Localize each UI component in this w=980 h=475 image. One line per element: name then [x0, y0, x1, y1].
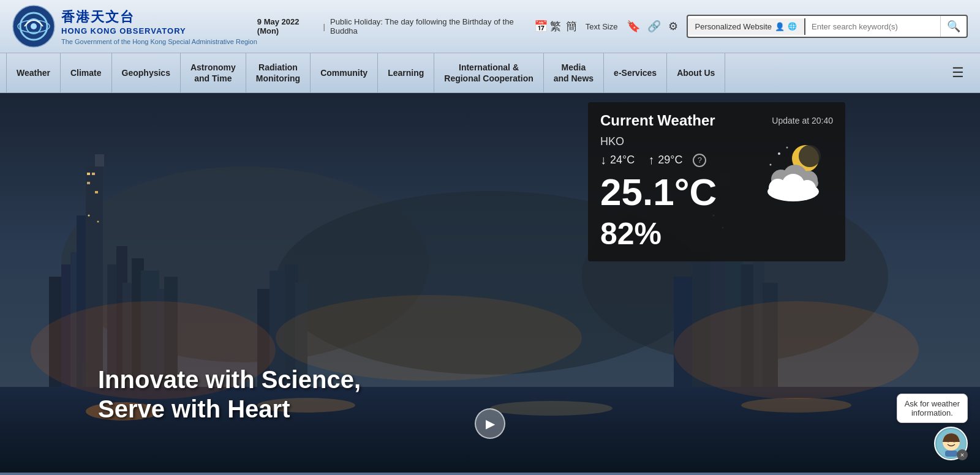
chatbot-bubble: Ask for weatherinformation. [897, 394, 968, 423]
hero-line1: Innovate with Science, [98, 366, 361, 393]
svg-rect-16 [87, 173, 90, 175]
nav-community-label: Community [320, 68, 368, 78]
close-icon: × [960, 451, 964, 458]
user-icon: 👤 [775, 22, 785, 31]
calendar-icon[interactable]: 📅 [533, 18, 549, 34]
nav-international-label-1: International & [459, 62, 519, 73]
lang-simplified-btn[interactable]: 簡 [565, 18, 578, 35]
svg-point-45 [674, 301, 919, 399]
weather-body: HKO ↓ 24°C ↑ 29°C ? 25.1°C 82% [600, 135, 833, 252]
weather-panel: Current Weather Update at 20:40 HKO ↓ 24… [588, 102, 845, 261]
hero-line2: Serve with Heart [98, 395, 290, 422]
temp-high: 29°C [658, 154, 682, 166]
gov-subtitle: The Government of the Hong Kong Special … [61, 38, 257, 45]
nav-learning[interactable]: Learning [378, 53, 434, 92]
weather-update-time: Update at 20:40 [772, 116, 833, 125]
search-button[interactable]: 🔍 [940, 16, 967, 37]
weather-station: HKO [600, 135, 753, 148]
logo-english-text: HONG KONG OBSERVATORY [61, 26, 257, 36]
svg-point-53 [770, 164, 772, 166]
nav-weather[interactable]: Weather [6, 53, 61, 92]
personalized-website-btn[interactable]: Personalized Website 👤 🌐 [688, 18, 806, 35]
share-icon[interactable]: 🔗 [646, 18, 662, 34]
chatbot-widget: Ask for weatherinformation. [897, 394, 968, 460]
temp-low: 24°C [610, 154, 635, 166]
navbar: Weather Climate Geophysics Astronomy and… [0, 53, 980, 93]
svg-point-46 [88, 215, 90, 217]
weather-left-col: HKO ↓ 24°C ↑ 29°C ? 25.1°C 82% [600, 135, 753, 252]
separator: | [323, 22, 325, 31]
nav-eservices[interactable]: e-Services [604, 53, 667, 92]
nav-radiation-label-1: Radiation [258, 62, 298, 73]
weather-current-temp: 25.1°C [600, 173, 753, 211]
weather-panel-title: Current Weather [600, 112, 715, 129]
weather-humidity: 82% [600, 216, 753, 252]
svg-point-47 [97, 221, 99, 223]
top-bar-center: 9 May 2022 (Mon) | Public Holiday: The d… [257, 17, 549, 36]
svg-point-42 [741, 398, 851, 413]
nav-radiation-label-2: Monitoring [256, 73, 300, 84]
nav-astronomy-label-2: and Time [194, 73, 232, 84]
bookmark-icon[interactable]: 🔖 [625, 18, 641, 34]
nav-international-label-2: Regional Cooperation [444, 73, 533, 84]
chatbot-bubble-text: Ask for weatherinformation. [905, 399, 960, 417]
hero-section: Innovate with Science, Serve with Heart … [0, 93, 980, 473]
weather-condition-icon [760, 141, 833, 203]
svg-rect-15 [95, 154, 104, 166]
nav-media-label-1: Media [562, 62, 586, 73]
logo-text-area: 香港天文台 HONG KONG OBSERVATORY The Governme… [61, 8, 257, 45]
nav-geophysics[interactable]: Geophysics [112, 53, 181, 92]
svg-rect-67 [945, 451, 957, 457]
weather-help-icon[interactable]: ? [693, 154, 706, 167]
svg-rect-17 [92, 173, 95, 175]
nav-about[interactable]: About Us [667, 53, 725, 92]
svg-point-51 [799, 145, 821, 167]
svg-point-62 [799, 180, 816, 197]
personalized-label: Personalized Website [695, 22, 772, 31]
logo-chinese-text: 香港天文台 [61, 8, 257, 26]
svg-rect-19 [95, 191, 98, 193]
hero-text: Innovate with Science, Serve with Heart [98, 365, 361, 424]
nav-community[interactable]: Community [311, 53, 378, 92]
chatbot-close-btn[interactable]: × [957, 449, 968, 460]
weather-icon-area [760, 135, 833, 203]
nav-climate-label: Climate [70, 68, 102, 78]
nav-astronomy[interactable]: Astronomy and Time [181, 53, 246, 92]
logo-icon [12, 5, 55, 48]
nav-weather-label: Weather [17, 68, 50, 78]
weather-temp-range: ↓ 24°C ↑ 29°C ? [600, 153, 753, 167]
svg-point-41 [490, 401, 612, 416]
globe-icon: 🌐 [788, 22, 797, 31]
search-area: Personalized Website 👤 🌐 🔍 [687, 15, 968, 38]
search-input[interactable] [805, 18, 940, 35]
nav-radiation[interactable]: Radiation Monitoring [246, 53, 311, 92]
svg-rect-18 [87, 182, 90, 184]
nav-international[interactable]: International & Regional Cooperation [434, 53, 543, 92]
nav-eservices-label: e-Services [614, 68, 657, 78]
lang-traditional-btn[interactable]: 繁 [549, 18, 562, 35]
nav-geophysics-label: Geophysics [122, 68, 170, 78]
text-size-label: Text Size [586, 22, 618, 31]
svg-point-4 [31, 23, 37, 29]
top-icons: 🔖 🔗 ⚙ [625, 18, 679, 34]
hamburger-menu-btn[interactable]: ☰ [942, 53, 974, 92]
date-display: 9 May 2022 (Mon) [257, 17, 318, 36]
arrow-up-icon: ↑ [648, 153, 654, 167]
top-bar-right: 繁 簡 Text Size 🔖 🔗 ⚙ Personalized Website… [549, 15, 968, 38]
weather-panel-header: Current Weather Update at 20:40 [600, 112, 833, 129]
logo-area: 香港天文台 HONG KONG OBSERVATORY The Governme… [12, 5, 257, 48]
arrow-down-icon: ↓ [600, 153, 606, 167]
nav-learning-label: Learning [388, 68, 424, 78]
svg-point-54 [786, 147, 788, 149]
settings-icon[interactable]: ⚙ [667, 18, 679, 34]
header: 香港天文台 HONG KONG OBSERVATORY The Governme… [0, 0, 980, 53]
play-button[interactable]: ▶ [475, 408, 505, 439]
nav-media[interactable]: Media and News [544, 53, 604, 92]
nav-about-label: About Us [677, 68, 715, 78]
holiday-notice: Public Holiday: The day following the Bi… [330, 17, 528, 36]
svg-point-52 [778, 152, 780, 155]
nav-media-label-2: and News [554, 73, 594, 84]
nav-climate[interactable]: Climate [61, 53, 112, 92]
nav-astronomy-label-1: Astronomy [190, 62, 236, 73]
hero-headline: Innovate with Science, Serve with Heart [98, 365, 361, 424]
